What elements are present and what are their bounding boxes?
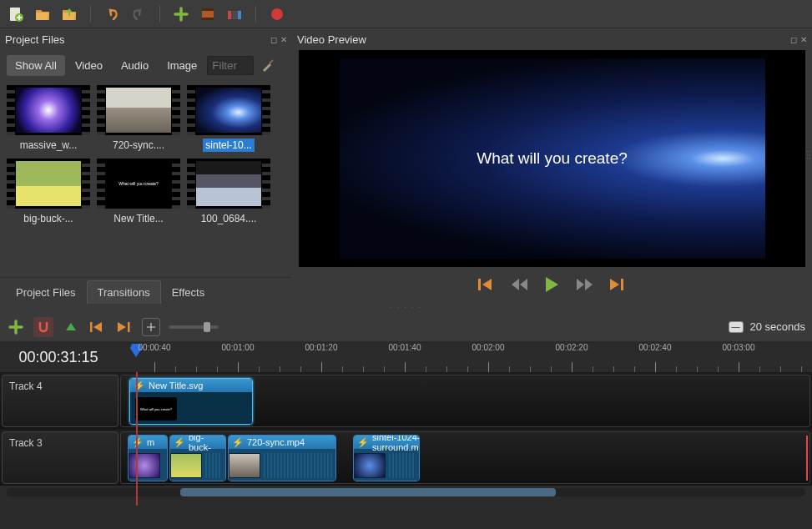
- video-preview-panel: Video Preview ◻✕ What will you create?: [292, 28, 812, 304]
- clip-effects-icon: ⚡: [174, 437, 185, 448]
- clip-title: New Title.svg: [149, 380, 203, 390]
- project-item[interactable]: 100_0684....: [187, 159, 270, 225]
- clip-title: m: [147, 437, 154, 447]
- title-editor-icon[interactable]: [199, 5, 217, 23]
- ruler-label: 00:00:40: [139, 343, 171, 352]
- add-track-icon[interactable]: [7, 318, 25, 336]
- record-icon[interactable]: [268, 5, 286, 23]
- track-header[interactable]: Track 4: [2, 375, 119, 427]
- tab-project-files[interactable]: Project Files: [5, 280, 87, 304]
- project-thumbnails: massive_w...720-sync....sintel-10...big-…: [0, 80, 292, 277]
- timeline: 00:00:31:15 00:00:4000:01:0000:01:2000:0…: [0, 342, 812, 529]
- tab-effects[interactable]: Effects: [161, 280, 216, 304]
- filter-video[interactable]: Video: [67, 55, 111, 76]
- ruler-label: 00:03:00: [723, 343, 755, 352]
- undo-icon[interactable]: [103, 5, 121, 23]
- detach-icon[interactable]: ◻: [270, 35, 277, 44]
- new-file-icon[interactable]: [7, 5, 25, 23]
- project-item-label: massive_w...: [18, 139, 80, 152]
- close-panel-icon[interactable]: ✕: [800, 35, 807, 44]
- project-item-label: 100_0684....: [199, 212, 260, 225]
- clip-title: sintel-1024-surround.mp4: [372, 435, 420, 452]
- track-header[interactable]: Track 3: [2, 431, 119, 484]
- hscroll-thumb[interactable]: [180, 488, 556, 496]
- tab-transitions[interactable]: Transitions: [87, 280, 161, 304]
- ruler-label: 00:01:20: [305, 343, 338, 352]
- track-row: Track 3⚡m⚡big-buck-⚡720-sync.mp4⚡sintel-…: [0, 429, 812, 486]
- jump-end-icon[interactable]: [610, 278, 627, 294]
- svg-rect-12: [128, 322, 130, 332]
- clip-effects-icon: ⚡: [357, 437, 369, 448]
- preview-title: Video Preview: [297, 33, 366, 46]
- timeline-clip[interactable]: ⚡big-buck-: [169, 435, 226, 481]
- track-body[interactable]: ⚡m⚡big-buck-⚡720-sync.mp4⚡sintel-1024-su…: [120, 431, 810, 484]
- filter-audio[interactable]: Audio: [113, 55, 157, 76]
- svg-rect-10: [621, 279, 623, 290]
- clip-title: big-buck-: [189, 435, 222, 452]
- preview-overlay-text: What will you create?: [477, 149, 628, 168]
- track-body[interactable]: ⚡New Title.svgWhat will you create?: [120, 375, 810, 427]
- timeline-clip[interactable]: ⚡New Title.svgWhat will you create?: [129, 378, 253, 425]
- svg-rect-6: [228, 11, 231, 19]
- project-item[interactable]: 720-sync....: [97, 85, 180, 152]
- redo-icon[interactable]: [129, 5, 148, 23]
- svg-point-8: [271, 8, 283, 20]
- project-item[interactable]: big-buck-...: [7, 159, 90, 225]
- next-marker-icon[interactable]: [115, 318, 134, 336]
- svg-rect-3: [202, 8, 214, 11]
- project-item-label: New Title...: [111, 212, 165, 225]
- marker-icon[interactable]: [62, 318, 80, 336]
- svg-rect-9: [478, 279, 481, 290]
- filter-image[interactable]: Image: [159, 55, 205, 76]
- fast-forward-icon[interactable]: [577, 279, 593, 293]
- open-file-icon[interactable]: [33, 5, 52, 23]
- track-row: Track 4⚡New Title.svgWhat will you creat…: [0, 372, 812, 429]
- zoom-knob[interactable]: [204, 322, 210, 332]
- svg-rect-11: [90, 322, 93, 332]
- project-item[interactable]: What will you create?New Title...: [97, 159, 180, 225]
- clip-effects-icon: ⚡: [134, 380, 145, 391]
- play-icon[interactable]: [545, 276, 560, 295]
- project-files-title: Project Files: [5, 33, 65, 46]
- export-icon[interactable]: [225, 5, 244, 23]
- ruler-label: 00:01:00: [222, 343, 255, 352]
- timeline-clip[interactable]: ⚡720-sync.mp4: [228, 435, 336, 481]
- preview-viewport[interactable]: What will you create?: [299, 50, 805, 267]
- rewind-icon[interactable]: [512, 279, 528, 293]
- ruler-label: 00:02:40: [639, 343, 672, 352]
- transport-controls: [292, 267, 812, 304]
- center-playhead-icon[interactable]: [142, 318, 160, 336]
- save-file-icon[interactable]: [60, 5, 78, 23]
- svg-rect-7: [238, 11, 241, 19]
- timeline-hscroll[interactable]: [7, 488, 805, 496]
- ruler-label: 00:01:40: [389, 343, 421, 352]
- svg-rect-4: [202, 18, 214, 20]
- close-panel-icon[interactable]: ✕: [280, 35, 287, 44]
- clear-filter-icon[interactable]: [260, 56, 279, 74]
- snap-icon[interactable]: [33, 317, 53, 337]
- timeline-ruler[interactable]: 00:00:4000:01:0000:01:2000:01:4000:02:00…: [117, 342, 812, 372]
- prev-marker-icon[interactable]: [88, 318, 107, 336]
- zoom-scale-icon[interactable]: —: [729, 321, 744, 333]
- timeline-clip[interactable]: ⚡sintel-1024-surround.mp4: [353, 435, 420, 481]
- clip-title: 720-sync.mp4: [247, 437, 305, 447]
- main-toolbar: [0, 0, 812, 28]
- detach-icon[interactable]: ◻: [790, 35, 797, 44]
- filter-show-all[interactable]: Show All: [7, 55, 65, 76]
- project-item[interactable]: massive_w...: [7, 85, 90, 152]
- filter-input[interactable]: [207, 56, 254, 75]
- project-item-label: big-buck-...: [21, 212, 75, 225]
- timeline-clip[interactable]: ⚡m: [128, 435, 168, 481]
- clip-effects-icon: ⚡: [232, 437, 244, 448]
- zoom-slider[interactable]: [169, 325, 219, 329]
- add-icon[interactable]: [172, 5, 190, 23]
- ruler-label: 00:02:00: [472, 343, 505, 352]
- timecode-display: 00:00:31:15: [0, 342, 117, 372]
- panel-resize-handle[interactable]: ······: [807, 150, 810, 160]
- ruler-label: 00:02:20: [556, 343, 588, 352]
- vertical-resize-handle[interactable]: · · · · ·: [0, 304, 812, 312]
- project-files-panel: Project Files ◻✕ Show All Video Audio Im…: [0, 28, 292, 304]
- timeline-toolbar: — 20 seconds: [0, 312, 812, 342]
- jump-start-icon[interactable]: [478, 278, 495, 294]
- project-item[interactable]: sintel-10...: [187, 85, 270, 152]
